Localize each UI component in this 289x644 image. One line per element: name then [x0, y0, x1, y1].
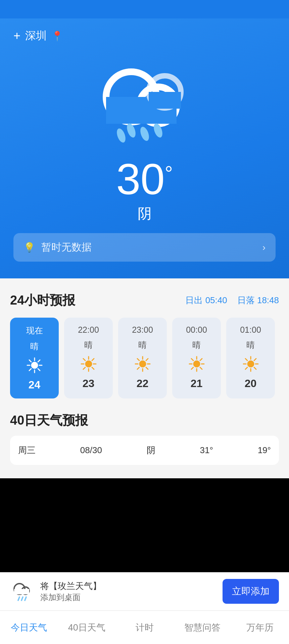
svg-line-26 [92, 359, 94, 361]
svg-line-36 [137, 367, 139, 369]
weather-detail-section: 24小时预报 日出 05:40 日落 18:48 现在 晴 [0, 278, 289, 478]
sun-icon-4 [242, 355, 259, 373]
hourly-card-3[interactable]: 00:00 晴 21 [172, 318, 221, 398]
banner-sub-text: 添加到桌面 [40, 592, 216, 603]
hourly-forecast-section: 24小时预报 日出 05:40 日落 18:48 现在 晴 [10, 292, 279, 398]
svg-line-18 [29, 369, 31, 371]
add-city-icon[interactable]: + [13, 30, 20, 42]
temp-value: 30 [116, 157, 165, 201]
svg-line-51 [245, 359, 247, 361]
temp-degree: ° [165, 163, 173, 183]
svg-line-35 [146, 359, 148, 361]
nav-40day-weather[interactable]: 40日天气 [58, 622, 115, 634]
nav-smart-qa[interactable]: 智慧问答 [174, 622, 231, 634]
nav-smart-qa-label: 智慧问答 [184, 622, 221, 634]
svg-point-10 [31, 362, 38, 369]
hourly-time-0: 现在 [26, 325, 43, 336]
forecast-day: 周三 [18, 444, 36, 456]
hourly-card-0[interactable]: 现在 晴 24 [10, 318, 59, 398]
hourly-weather-0: 晴 [30, 341, 39, 352]
svg-point-7 [139, 126, 151, 142]
hourly-section-header: 24小时预报 日出 05:40 日落 18:48 [10, 292, 279, 309]
svg-line-17 [38, 360, 40, 362]
weather-icon [81, 53, 208, 154]
nav-timer[interactable]: 计时 [115, 622, 173, 634]
top-bar: + 深圳 📍 [13, 29, 276, 43]
svg-line-44 [200, 359, 202, 361]
svg-rect-57 [14, 589, 29, 594]
sun-info: 日出 05:40 日落 18:48 [185, 294, 279, 306]
hourly-weather-1: 晴 [84, 339, 93, 351]
nav-today-weather[interactable]: 今日天气 [0, 622, 58, 634]
hourly-time-3: 00:00 [186, 325, 207, 335]
hourly-card-4[interactable]: 01:00 晴 20 [226, 318, 275, 398]
svg-rect-5 [149, 92, 181, 109]
info-card-left: 💡 暂时无数据 [23, 240, 92, 254]
bulb-icon: 💡 [23, 242, 35, 253]
hourly-card-1[interactable]: 22:00 晴 23 [64, 318, 113, 398]
nav-calendar-label: 万年历 [246, 622, 274, 634]
info-card[interactable]: 💡 暂时无数据 › [13, 233, 276, 262]
weather-description: 阴 [138, 204, 152, 223]
svg-line-54 [245, 367, 247, 369]
hourly-weather-3: 晴 [192, 339, 201, 351]
svg-line-42 [191, 359, 193, 361]
sunrise-label: 日出 05:40 [185, 294, 227, 306]
hourly-temp-0: 24 [29, 379, 41, 391]
weather-main-section: + 深圳 📍 30 ° 阴 💡 [0, 18, 289, 278]
sunset-label: 日落 18:48 [237, 294, 279, 306]
hourly-temp-1: 23 [83, 377, 95, 390]
add-banner: 将【玫兰天气】 添加到桌面 立即添加 [0, 572, 289, 610]
svg-line-52 [254, 367, 256, 369]
chevron-right-icon: › [262, 242, 266, 253]
nav-today-label: 今日天气 [11, 622, 47, 634]
forecast40-section: 40日天气预报 周三 08/30 阴 31° 19° [10, 412, 279, 465]
svg-line-45 [191, 367, 193, 369]
hourly-temp-4: 20 [245, 377, 257, 390]
banner-text: 将【玫兰天气】 添加到桌面 [40, 580, 216, 603]
hourly-card-2[interactable]: 23:00 晴 22 [118, 318, 167, 398]
hourly-temp-2: 22 [137, 377, 149, 390]
forecast-date: 08/30 [80, 445, 102, 455]
svg-point-37 [193, 361, 200, 367]
sun-icon-3 [188, 355, 205, 373]
svg-rect-3 [106, 110, 177, 124]
forecast-temp-high: 31° [200, 445, 213, 455]
forecast-temp-low: 19° [258, 445, 271, 455]
banner-main-text: 将【玫兰天气】 [40, 580, 216, 592]
forecast-row-0[interactable]: 周三 08/30 阴 31° 19° [10, 436, 279, 465]
svg-line-27 [83, 367, 85, 369]
svg-line-15 [29, 360, 31, 362]
hourly-weather-2: 晴 [138, 339, 147, 351]
nav-calendar[interactable]: 万年历 [231, 622, 289, 634]
nav-40day-label: 40日天气 [68, 622, 105, 634]
location-icon[interactable]: 📍 [51, 31, 63, 42]
sun-icon-0 [26, 357, 43, 374]
svg-line-58 [18, 597, 19, 600]
hourly-scroll[interactable]: 现在 晴 24 22:00 晴 [10, 318, 279, 398]
svg-line-33 [137, 359, 139, 361]
info-card-text: 暂时无数据 [41, 240, 92, 254]
hourly-time-4: 01:00 [240, 325, 261, 335]
hourly-temp-3: 21 [191, 377, 203, 390]
svg-point-46 [247, 361, 254, 367]
forecast40-title: 40日天气预报 [10, 412, 279, 429]
hourly-weather-4: 晴 [246, 339, 255, 351]
city-name[interactable]: 深圳 [25, 29, 47, 43]
hourly-time-1: 22:00 [78, 325, 99, 335]
status-bar [0, 0, 289, 18]
add-to-desktop-button[interactable]: 立即添加 [223, 579, 279, 604]
svg-line-16 [38, 369, 40, 371]
nav-timer-label: 计时 [136, 622, 154, 634]
svg-line-34 [146, 367, 148, 369]
hourly-time-2: 23:00 [132, 325, 153, 335]
svg-line-43 [200, 367, 202, 369]
hourly-title: 24小时预报 [10, 292, 75, 309]
sun-icon-2 [134, 355, 151, 373]
svg-line-25 [92, 367, 94, 369]
forecast-weather: 阴 [147, 444, 155, 456]
svg-line-60 [25, 597, 26, 600]
svg-line-53 [254, 359, 256, 361]
banner-cloud-icon [10, 580, 34, 603]
bottom-nav: 今日天气 40日天气 计时 智慧问答 万年历 [0, 610, 289, 644]
